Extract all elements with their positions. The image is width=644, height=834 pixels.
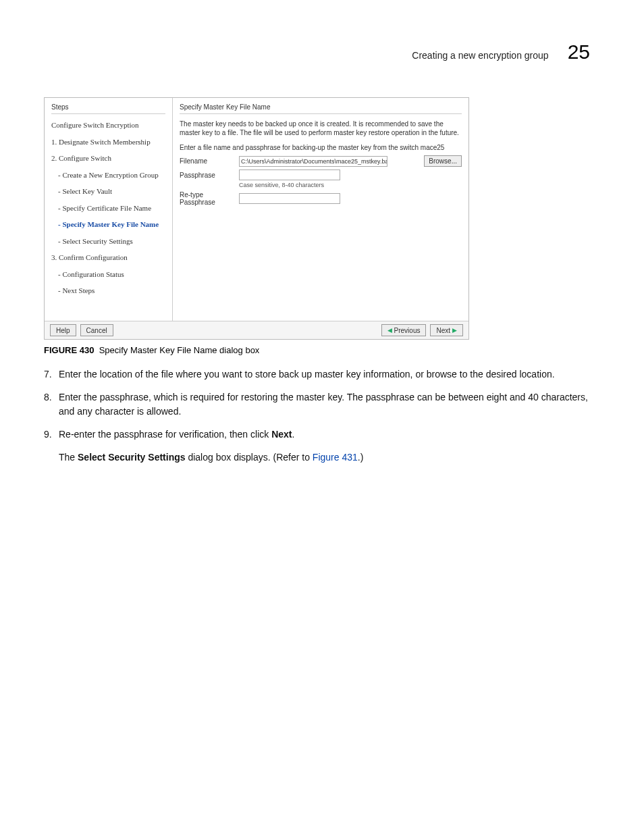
figure-caption-text: Specify Master Key File Name dialog box	[99, 345, 260, 355]
help-button[interactable]: Help	[50, 324, 76, 336]
step-2e: - Select Security Settings	[51, 236, 165, 247]
step-9-number: 9.	[44, 427, 59, 441]
cancel-button[interactable]: Cancel	[80, 324, 113, 336]
step-2c: - Specify Certificate File Name	[51, 203, 165, 214]
step-3: 3. Confirm Configuration	[51, 252, 165, 263]
figure-431-link[interactable]: Figure 431	[313, 452, 358, 463]
passphrase-label: Passphrase	[180, 172, 234, 179]
step-9-text: Re-enter the passphrase for verification…	[59, 427, 603, 441]
step-8-text: Enter the passphrase, which is required …	[59, 390, 603, 418]
step-7-number: 7.	[44, 367, 59, 381]
step-7: 7. Enter the location of the file where …	[44, 367, 603, 381]
step-2: 2. Configure Switch	[51, 153, 165, 164]
main-header: Specify Master Key File Name	[180, 103, 462, 111]
section-title: Creating a new encryption group	[412, 50, 548, 61]
followup-text: The Select Security Settings dialog box …	[59, 450, 603, 464]
description-text: The master key needs to be backed up onc…	[180, 120, 462, 137]
step-8-number: 8.	[44, 390, 59, 418]
retype-label: Re-type Passphrase	[180, 191, 234, 206]
step-configure: Configure Switch Encryption	[51, 120, 165, 131]
wizard-dialog: Steps Configure Switch Encryption 1. Des…	[44, 97, 469, 340]
main-pane: Specify Master Key File Name The master …	[173, 98, 468, 321]
filename-field[interactable]: C:\Users\Administrator\Documents\mace25_…	[239, 156, 387, 167]
chapter-number: 25	[568, 41, 590, 63]
step-3a: - Configuration Status	[51, 269, 165, 280]
next-button[interactable]: Next▶	[430, 324, 463, 336]
step-2d-active: - Specify Master Key File Name	[51, 219, 165, 230]
step-2a: - Create a New Encryption Group	[51, 170, 165, 181]
step-1: 1. Designate Switch Membership	[51, 136, 165, 148]
step-3b: - Next Steps	[51, 285, 165, 296]
previous-button[interactable]: ◀Previous	[381, 324, 427, 336]
retype-field[interactable]	[239, 193, 340, 204]
figure-caption: FIGURE 430 Specify Master Key File Name …	[44, 345, 603, 355]
steps-header: Steps	[51, 103, 165, 111]
page-header: Creating a new encryption group 25	[41, 41, 603, 63]
arrow-right-icon: ▶	[452, 327, 457, 334]
sub-instruction: Enter a file name and passphrase for bac…	[180, 144, 462, 151]
passphrase-hint: Case sensitive, 8-40 characters	[239, 182, 324, 188]
step-2b: - Select Key Vault	[51, 186, 165, 197]
passphrase-field[interactable]	[239, 170, 340, 180]
step-7-text: Enter the location of the file where you…	[59, 367, 603, 381]
arrow-left-icon: ◀	[387, 327, 392, 334]
browse-button[interactable]: Browse...	[424, 155, 462, 167]
dialog-footer: Help Cancel ◀Previous Next▶	[45, 321, 468, 339]
figure-label: FIGURE 430	[44, 345, 94, 355]
filename-label: Filename	[180, 157, 234, 165]
step-8: 8. Enter the passphrase, which is requir…	[44, 390, 603, 418]
step-9: 9. Re-enter the passphrase for verificat…	[44, 427, 603, 441]
steps-pane: Steps Configure Switch Encryption 1. Des…	[45, 98, 173, 321]
